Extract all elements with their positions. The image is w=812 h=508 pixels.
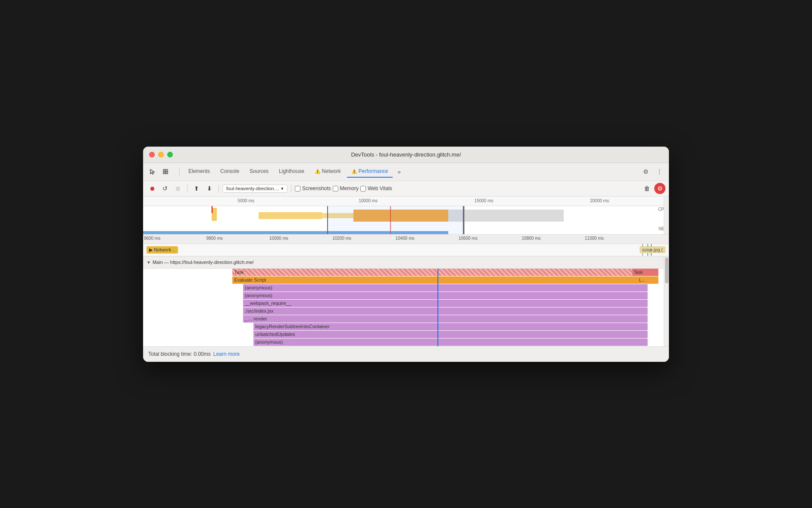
dropdown-arrow-icon: ▾: [281, 186, 284, 191]
toolbar-divider-3: [291, 185, 291, 192]
legacy-render-row: legacyRenderSubtreeIntoContainer: [143, 323, 669, 331]
upload-btn[interactable]: ⬆: [191, 183, 202, 194]
stop-btn[interactable]: ⊘: [172, 183, 184, 194]
d-ruler-10000: 10000 ms: [269, 236, 288, 241]
url-selector[interactable]: foul-heavenly-direction.... ▾: [222, 185, 287, 193]
tab-network[interactable]: Network: [310, 166, 345, 178]
screenshots-label: Screenshots: [302, 185, 331, 191]
anonymous-bar-2[interactable]: (anonymous): [243, 292, 648, 299]
main-content: ▼ Main — https://foul-heavenly-direction…: [143, 257, 669, 346]
blocking-time-text: Total blocking time: 0.00ms: [148, 351, 211, 357]
download-btn[interactable]: ⬇: [204, 183, 215, 194]
web-vitals-checkbox-group[interactable]: Web Vitals: [360, 185, 392, 191]
d-ruler-10800: 10800 ms: [522, 236, 540, 241]
main-section-header: ▼ Main — https://foul-heavenly-direction…: [143, 257, 669, 269]
memory-checkbox[interactable]: [333, 186, 338, 191]
record-btn[interactable]: ⏺: [147, 183, 158, 194]
close-button[interactable]: [149, 152, 155, 157]
svg-rect-2: [163, 172, 165, 174]
svg-rect-1: [166, 169, 168, 171]
main-scrollbar[interactable]: [664, 257, 669, 346]
ruler-10000: 10000 ms: [359, 198, 378, 203]
anonymous-row-3: (anonymous): [143, 339, 669, 346]
d-ruler-10600: 10600 ms: [459, 236, 478, 241]
anonymous-bar-3[interactable]: (anonymous): [253, 339, 648, 346]
detail-ruler: 9600 ms 9800 ms 10000 ms 10200 ms 10400 …: [143, 235, 669, 244]
cpu-activity-2: [259, 212, 322, 219]
toolbar: ⏺ ↺ ⊘ ⬆ ⬇ foul-heavenly-direction.... ▾ …: [143, 181, 669, 197]
d-ruler-9800: 9800 ms: [206, 236, 222, 241]
url-text: foul-heavenly-direction....: [226, 186, 279, 191]
tab-sources[interactable]: Sources: [245, 166, 273, 178]
network-track: ▶ Network .. soop.jpg (: [143, 244, 669, 256]
legacy-render-bar[interactable]: legacyRenderSubtreeIntoContainer: [253, 323, 648, 330]
learn-more-link[interactable]: Learn more: [213, 351, 240, 357]
maximize-button[interactable]: [167, 152, 173, 157]
evaluate-script-bar[interactable]: Evaluate Script: [232, 276, 648, 284]
settings-gear-btn[interactable]: ⚙: [654, 183, 665, 194]
src-index-row: ./src/index.jsx: [143, 307, 669, 315]
dashed-line-1: [642, 244, 643, 256]
nav-divider-1: [179, 167, 180, 176]
screenshots-checkbox-group[interactable]: Screenshots: [295, 185, 331, 191]
nav-settings: ⚙ ⋮: [640, 166, 665, 178]
d-ruler-9600: 9600 ms: [144, 236, 160, 241]
ruler-20000: 20000 ms: [590, 198, 609, 203]
toolbar-divider-1: [187, 185, 187, 192]
timeline-overview: 5000 ms 10000 ms 15000 ms 20000 ms CPU: [143, 197, 669, 235]
trash-btn[interactable]: 🗑: [641, 183, 653, 194]
collapse-icon[interactable]: ▼: [147, 260, 151, 265]
webpack-require-bar[interactable]: __webpack_require__: [243, 300, 648, 307]
svg-rect-3: [166, 172, 168, 174]
scrollbar-thumb[interactable]: [665, 257, 668, 283]
timeline-tracks[interactable]: CPU NET: [143, 206, 669, 235]
screenshots-checkbox[interactable]: [295, 186, 300, 191]
selection-region[interactable]: [327, 206, 464, 235]
toolbar-divider-2: [219, 185, 219, 192]
unbatched-updates-bar[interactable]: unbatchedUpdates: [253, 331, 648, 338]
timeline-ruler: 5000 ms 10000 ms 15000 ms 20000 ms: [143, 197, 669, 206]
settings-icon-btn[interactable]: ⚙: [640, 166, 652, 178]
titlebar: DevTools - foul-heavenly-direction.glitc…: [143, 147, 669, 163]
anonymous-bar-1[interactable]: (anonymous): [243, 284, 648, 292]
unbatched-updates-row: unbatchedUpdates: [143, 331, 669, 339]
tab-elements[interactable]: Elements: [184, 166, 214, 178]
tab-lighthouse[interactable]: Lighthouse: [275, 166, 309, 178]
dashed-line-3: [651, 244, 652, 256]
tab-performance[interactable]: Performance: [347, 166, 393, 178]
d-ruler-10400: 10400 ms: [396, 236, 415, 241]
src-index-bar[interactable]: ./src/index.jsx: [243, 307, 648, 315]
more-options-btn[interactable]: ⋮: [653, 166, 665, 178]
hatched-region: [448, 210, 564, 222]
flame-chart: Task Task Evaluate Script L... (anonymou…: [143, 269, 669, 346]
webpack-require-row: __webpack_require__: [143, 300, 669, 307]
reload-btn[interactable]: ↺: [159, 183, 171, 194]
inspect-icon-btn[interactable]: [159, 166, 172, 178]
d-ruler-11000: 11000 ms: [585, 236, 604, 241]
task-bar-right[interactable]: Task: [632, 269, 659, 276]
memory-checkbox-group[interactable]: Memory: [333, 185, 359, 191]
marker-blue: [464, 206, 465, 235]
cursor-icon-btn[interactable]: [147, 166, 159, 178]
timeline-cursor: [437, 269, 438, 346]
traffic-lights: [149, 152, 173, 157]
status-bar: Total blocking time: 0.00ms Learn more: [143, 346, 669, 362]
network-label-btn[interactable]: ▶ Network ..: [147, 246, 178, 254]
web-vitals-checkbox[interactable]: [360, 186, 366, 191]
dashed-line-2: [647, 244, 648, 256]
d-ruler-10200: 10200 ms: [332, 236, 351, 241]
ruler-15000: 15000 ms: [475, 198, 493, 203]
render-bar[interactable]: _… render: [243, 315, 648, 323]
evaluate-script-row: Evaluate Script L...: [143, 276, 669, 284]
nav-icons: [147, 166, 172, 178]
overview-scrollbar[interactable]: [664, 197, 669, 235]
more-tabs-button[interactable]: »: [394, 167, 404, 177]
minimize-button[interactable]: [158, 152, 164, 157]
render-row: _… render: [143, 315, 669, 323]
window-title: DevTools - foul-heavenly-direction.glitc…: [351, 151, 461, 158]
svg-rect-0: [163, 169, 165, 171]
tab-console[interactable]: Console: [216, 166, 244, 178]
evaluate-script-bar-right[interactable]: L...: [637, 276, 659, 284]
timeline-detail: 9600 ms 9800 ms 10000 ms 10200 ms 10400 …: [143, 235, 669, 257]
task-bar[interactable]: Task: [232, 269, 658, 276]
